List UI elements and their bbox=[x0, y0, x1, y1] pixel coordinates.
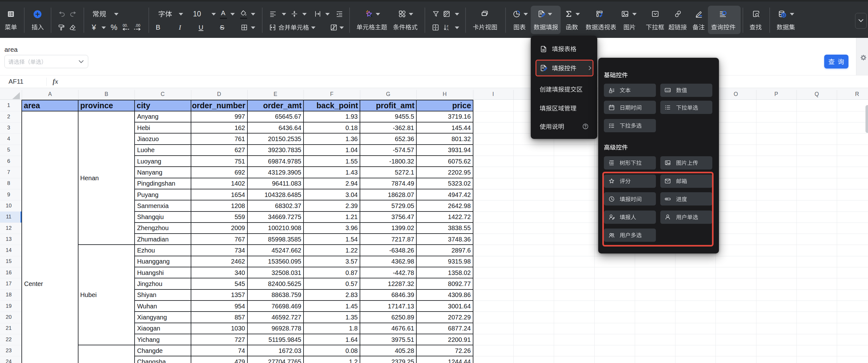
svg-text:.00: .00 bbox=[135, 23, 140, 28]
svg-text:A: A bbox=[446, 27, 449, 31]
svg-text:123: 123 bbox=[665, 89, 670, 92]
svg-text:00.: 00. bbox=[123, 23, 128, 28]
